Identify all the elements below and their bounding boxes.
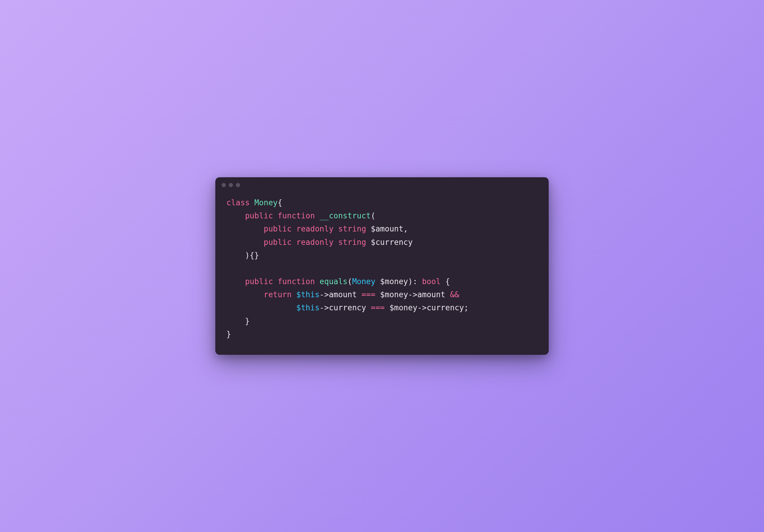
code-token: ===	[371, 303, 389, 312]
code-token: ){}	[226, 251, 259, 260]
code-line: ){}	[226, 251, 259, 260]
code-token: public readonly	[264, 224, 338, 233]
code-token: }	[226, 330, 231, 339]
code-token: ->currency;	[417, 303, 469, 312]
code-token: &&	[450, 290, 459, 299]
code-token: string	[338, 238, 371, 247]
code-token: ):	[408, 277, 422, 286]
code-block: class Money{ public function __construct…	[216, 190, 548, 354]
code-token: return	[264, 290, 296, 299]
code-token	[226, 238, 264, 247]
code-token: ->amount	[408, 290, 450, 299]
code-line: $this->currency === $money->currency;	[226, 303, 469, 312]
code-token: string	[338, 224, 371, 233]
code-token: (	[371, 211, 375, 220]
code-token	[226, 277, 245, 286]
traffic-light-close-icon[interactable]	[222, 183, 226, 187]
code-token: ,	[403, 224, 408, 233]
code-token: ->currency	[319, 303, 371, 312]
code-token: Money	[352, 277, 380, 286]
code-token: public function	[245, 277, 319, 286]
code-line: return $this->amount === $money->amount …	[226, 290, 459, 299]
code-token	[226, 224, 264, 233]
code-token: $currency	[371, 238, 413, 247]
code-token: public readonly	[264, 238, 338, 247]
code-token: $money	[389, 303, 417, 312]
code-token: $this	[296, 303, 319, 312]
code-token: {	[441, 277, 450, 286]
code-line: public readonly string $currency	[226, 238, 413, 247]
code-token: }	[226, 317, 250, 325]
traffic-light-zoom-icon[interactable]	[236, 183, 240, 187]
traffic-light-minimize-icon[interactable]	[229, 183, 233, 187]
code-line: public function __construct(	[226, 211, 375, 220]
window-titlebar	[216, 178, 548, 190]
code-token: __construct	[319, 211, 371, 220]
code-token: class	[226, 198, 254, 207]
code-token: Money	[254, 198, 278, 207]
code-line: class Money{	[226, 198, 282, 207]
code-line: }	[226, 330, 231, 339]
code-token: $this	[296, 290, 319, 299]
code-token: $amount	[371, 224, 403, 233]
code-line: }	[226, 317, 250, 325]
code-token: bool	[422, 277, 441, 286]
code-token: (	[347, 277, 352, 286]
code-line: public readonly string $amount,	[226, 224, 408, 233]
code-token	[226, 303, 296, 312]
code-token: ->amount	[319, 290, 361, 299]
code-line: public function equals(Money $money): bo…	[226, 277, 450, 286]
code-token: public function	[245, 211, 319, 220]
code-token: ===	[361, 290, 380, 299]
code-token: equals	[319, 277, 347, 286]
code-window: class Money{ public function __construct…	[215, 177, 549, 355]
code-token	[226, 290, 264, 299]
code-token	[226, 211, 245, 220]
code-token: $money	[380, 277, 408, 286]
code-token: {	[278, 198, 282, 207]
code-token: $money	[380, 290, 408, 299]
